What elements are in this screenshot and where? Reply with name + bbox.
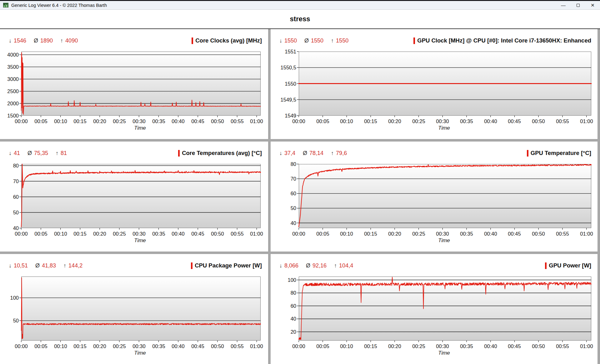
avg-icon: Ø [35, 262, 40, 269]
x-tick-label: 00:30 [436, 343, 449, 349]
plot-canvas[interactable] [297, 164, 591, 230]
x-tick-label: 00:40 [484, 231, 497, 237]
min-arrow-icon: ↓ [9, 150, 12, 157]
minimize-icon: — [561, 2, 566, 8]
x-tick-label: 00:35 [460, 231, 473, 237]
y-tick-label: 60 [13, 194, 19, 200]
y-tick-label: 60 [291, 190, 296, 197]
chart-title-text: Core Temperatures (avg) [°C] [182, 150, 262, 157]
series-color-marker-icon [192, 37, 193, 44]
stat-min-value: 1546 [14, 37, 26, 44]
max-arrow-icon: ↑ [331, 150, 334, 157]
x-tick-label: 00:40 [484, 343, 497, 349]
x-tick-label: 00:50 [211, 231, 224, 237]
x-tick-label: 00:55 [231, 118, 243, 124]
x-axis: 00:0000:0500:1000:1500:2000:2500:3000:35… [297, 117, 591, 125]
y-tick-label: 60 [291, 303, 296, 309]
x-tick-label: 00:30 [436, 231, 449, 237]
plot-canvas[interactable] [19, 164, 261, 230]
x-tick-label: 00:30 [132, 231, 145, 237]
chart-grid: ↓1546 Ø1890 ↑4090 Core Clocks (avg) [MHz… [0, 29, 600, 364]
x-tick-label: 00:20 [93, 343, 106, 349]
plot-gpu-clock[interactable]: 15511550,515501549,51549 00:0000:0500:10… [271, 52, 598, 132]
x-tick-label: 00:35 [152, 231, 165, 237]
x-tick-label: 00:05 [316, 231, 329, 237]
x-tick-label: 00:20 [93, 118, 106, 124]
series-color-marker-icon [178, 150, 180, 157]
y-tick-label: 100 [288, 277, 296, 283]
y-axis: 10050 [0, 277, 19, 342]
plot-canvas[interactable] [19, 277, 261, 342]
x-tick-label: 00:05 [316, 343, 329, 349]
x-tick-label: 01:00 [580, 118, 593, 124]
plot-canvas[interactable] [297, 52, 591, 117]
x-tick-label: 00:50 [532, 118, 545, 124]
plot-gpu-temperature[interactable]: 8070605040 00:0000:0500:1000:1500:2000:2… [271, 164, 598, 245]
y-tick-label: 3000 [7, 76, 19, 82]
maximize-button[interactable] [571, 1, 585, 9]
chart-panel-core-temperatures: ↓41 Ø75,35 ↑81 Core Temperatures (avg) [… [0, 142, 268, 252]
plot-core-clocks[interactable]: 400035003000250020001500 00:0000:0500:10… [0, 52, 268, 132]
x-tick-label: 00:25 [113, 118, 126, 124]
y-tick-label: 1550 [285, 81, 296, 87]
plot-gpu-power[interactable]: 10080604020 00:0000:0500:1000:1500:2000:… [271, 277, 598, 357]
stat-min-value: 8,066 [284, 262, 298, 269]
close-button[interactable]: ✕ [585, 1, 600, 9]
avg-icon: Ø [303, 150, 307, 157]
chart-stats: ↓8,066 Ø92,16 ↑104,4 [279, 262, 361, 269]
x-axis-title: Time [19, 125, 261, 132]
chart-stats: ↓10,51 Ø41,83 ↑144,2 [9, 262, 90, 269]
chart-panel-cpu-package-power: ↓10,51 Ø41,83 ↑144,2 CPU Package Power [… [0, 254, 268, 364]
x-tick-label: 00:40 [172, 343, 184, 349]
stat-avg-value: 92,16 [312, 262, 327, 269]
chart-header: ↓10,51 Ø41,83 ↑144,2 CPU Package Power [… [0, 254, 268, 270]
plot-canvas[interactable] [19, 52, 261, 117]
series-color-marker-icon [413, 37, 415, 44]
x-tick-label: 00:00 [292, 343, 305, 349]
x-tick-label: 00:30 [132, 118, 145, 124]
x-tick-label: 00:50 [211, 118, 224, 124]
chart-title-text: GPU Clock [MHz] @ CPU [#0]: Intel Core i… [417, 37, 591, 44]
x-tick-label: 00:15 [73, 343, 86, 349]
x-tick-label: 01:00 [250, 118, 263, 124]
y-tick-label: 1549 [285, 112, 296, 119]
stat-min-value: 41 [14, 150, 20, 157]
chart-stats: ↓1550 Ø1550 ↑1550 [279, 37, 356, 44]
x-tick-label: 00:30 [436, 118, 449, 124]
x-tick-label: 00:15 [364, 231, 377, 237]
x-tick-label: 00:10 [340, 231, 353, 237]
x-tick-label: 00:25 [113, 231, 126, 237]
series-color-marker-icon [527, 150, 528, 157]
series-color-marker-icon [191, 262, 192, 269]
min-arrow-icon: ↓ [279, 262, 282, 269]
stat-max-value: 4090 [65, 37, 78, 44]
plot-canvas[interactable] [297, 277, 591, 342]
x-tick-label: 00:10 [340, 118, 353, 124]
x-tick-label: 00:25 [412, 343, 425, 349]
window-titlebar[interactable]: Generic Log Viewer 6.4 - © 2022 Thomas B… [0, 0, 600, 10]
x-axis: 00:0000:0500:1000:1500:2000:2500:3000:35… [19, 230, 261, 237]
x-axis: 00:0000:0500:1000:1500:2000:2500:3000:35… [19, 342, 261, 350]
chart-header: ↓1546 Ø1890 ↑4090 Core Clocks (avg) [MHz… [0, 29, 268, 45]
chart-panel-gpu-clock: ↓1550 Ø1550 ↑1550 GPU Clock [MHz] @ CPU … [271, 29, 598, 139]
max-arrow-icon: ↑ [63, 262, 66, 269]
y-axis: 10080604020 [271, 277, 297, 342]
y-tick-label: 40 [13, 225, 19, 231]
y-axis: 8070605040 [271, 164, 297, 230]
y-tick-label: 20 [291, 329, 296, 335]
x-tick-label: 00:55 [231, 343, 243, 349]
x-tick-label: 01:00 [580, 231, 593, 237]
chart-header: ↓41 Ø75,35 ↑81 Core Temperatures (avg) [… [0, 142, 268, 158]
min-arrow-icon: ↓ [9, 37, 12, 44]
stat-avg-value: 1890 [40, 37, 53, 44]
y-tick-label: 2500 [7, 88, 19, 94]
chart-title: GPU Temperature [°C] [527, 150, 591, 157]
x-tick-label: 00:45 [508, 343, 521, 349]
x-tick-label: 00:15 [73, 118, 86, 124]
minimize-button[interactable]: — [556, 1, 571, 9]
max-arrow-icon: ↑ [331, 37, 334, 44]
plot-cpu-package-power[interactable]: 10050 00:0000:0500:1000:1500:2000:2500:3… [0, 277, 268, 357]
chart-title: Core Clocks (avg) [MHz] [192, 37, 262, 44]
stat-max-value: 104,4 [339, 262, 353, 269]
plot-core-temperatures[interactable]: 8070605040 00:0000:0500:1000:1500:2000:2… [0, 164, 268, 245]
